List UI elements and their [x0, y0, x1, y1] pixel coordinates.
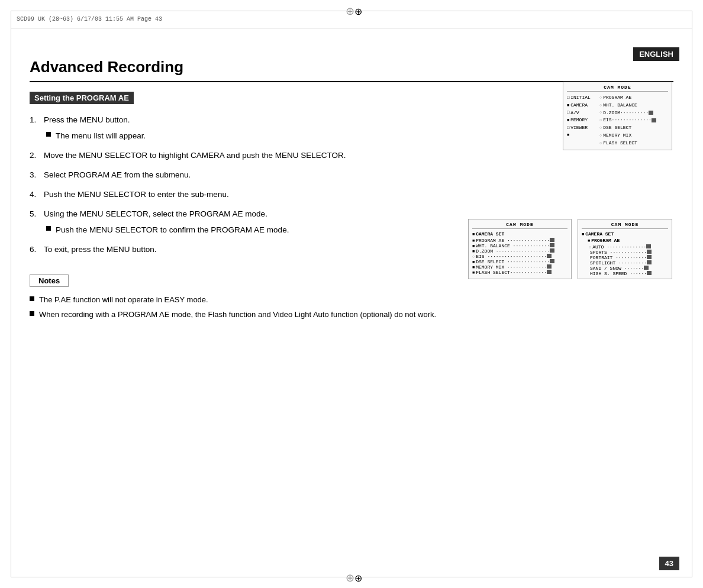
step-3-num: 3. [30, 169, 44, 182]
cam-item-memory: ■MEMORY [567, 117, 599, 124]
step-3-text: Select PROGRAM AE from the submenu. [44, 170, 191, 179]
page-header: SCD99 UK (28~63) 6/17/03 11:55 AM Page 4… [11, 11, 692, 28]
cam-item-memory-mix: ○MEMORY MIX [599, 132, 668, 140]
step-5-sub-text: Push the MENU SELECTOR to confirm the PR… [56, 224, 289, 237]
step-4-text: Push the MENU SELECTOR to enter the sub-… [44, 190, 229, 199]
cam-screen-3: CAM MODE ■CAMERA SET ■PROGRAM AE ○AUTO ·… [578, 219, 672, 279]
bullet-icon-2 [46, 226, 51, 231]
cam-item-av: □A/V [567, 109, 599, 117]
cam-item-eis: ○EIS·············· [599, 117, 668, 124]
cam-item-dse: ○DSE SELECT [599, 124, 668, 132]
note-2: When recording with a PROGRAM AE mode, t… [30, 309, 673, 321]
step-1-text: Press the MENU button. [44, 115, 130, 124]
note-2-text: When recording with a PROGRAM AE mode, t… [39, 309, 436, 321]
step-1-sub-text: The menu list will appear. [56, 130, 146, 143]
cam-item-viewer: □VIEWER [567, 124, 599, 132]
notes-label: Notes [30, 274, 69, 287]
cam-item-flash-select: ○FLASH SELECT [599, 140, 668, 147]
cam3-high: HIGH S. SPEED ······ [589, 271, 668, 276]
cam-title-2: CAM MODE [472, 222, 567, 229]
cam2-flash: ■FLASH SELECT············· [472, 270, 567, 275]
page-number: 43 [659, 557, 679, 570]
cam2-wht: ■WHT. BALANCE ············· [472, 243, 567, 248]
step-2: 2. Move the MENU SELECTOR to highlight C… [30, 149, 673, 163]
note-bullet-2 [30, 311, 34, 316]
step-3-content: Select PROGRAM AE from the submenu. [44, 169, 673, 182]
note-bullet-1 [30, 296, 34, 301]
cam-item-blank: ■ [567, 132, 599, 138]
cam2-dzoom: ■D.ZOOM ··················· [472, 248, 567, 254]
header-text: SCD99 UK (28~63) 6/17/03 11:55 AM Page 4… [17, 16, 162, 22]
step-6-text: To exit, press the MENU button. [44, 245, 157, 254]
notes-list: The P.AE function will not operate in EA… [30, 294, 673, 321]
note-1-text: The P.AE function will not operate in EA… [39, 294, 208, 306]
cam-screen-1: CAM MODE □INITIAL ■CAMERA □A/V ■MEMORY □… [563, 82, 672, 150]
section-heading: Setting the PROGRAM AE [30, 92, 134, 104]
cam-screen-2: CAM MODE ■CAMERA SET ■PROGRAM AE ·······… [468, 219, 572, 279]
cam-item-dzoom: ○D.ZOOM·········· [599, 109, 668, 117]
cam3-portrait: PORTRAIT ··········· [589, 255, 668, 260]
step-4-num: 4. [30, 188, 44, 202]
cam-title-3: CAM MODE [582, 222, 668, 229]
cam-bottom-row: CAM MODE ■CAMERA SET ■PROGRAM AE ·······… [468, 219, 672, 279]
page-title: Advanced Recording [30, 58, 673, 76]
step-2-num: 2. [30, 149, 44, 163]
cam-box-1: CAM MODE □INITIAL ■CAMERA □A/V ■MEMORY □… [563, 82, 672, 150]
step-2-text: Move the MENU SELECTOR to highlight CAME… [44, 151, 346, 160]
cam-title-1: CAM MODE [567, 85, 668, 92]
cam-item-camera: ■CAMERA [567, 102, 599, 109]
cam3-program-ae-header: ■PROGRAM AE [588, 238, 668, 243]
step-2-content: Move the MENU SELECTOR to highlight CAME… [44, 149, 673, 163]
step-6-num: 6. [30, 243, 44, 257]
cam-item-wht-balance: ○WHT. BALANCE [599, 102, 668, 109]
step-5-text: Using the MENU SELECTOR, select the PROG… [44, 209, 267, 218]
step-4: 4. Push the MENU SELECTOR to enter the s… [30, 188, 673, 202]
cam2-memory: ■MEMORY MIX ·············· [472, 264, 567, 270]
cam3-sports: SPORTS ············· [589, 250, 668, 255]
cam-item-program-ae: ○PROGRAM AE [599, 94, 668, 102]
cam2-program-ae: ■PROGRAM AE ··············· [472, 238, 567, 243]
step-5-num: 5. [30, 208, 44, 221]
registration-mark-bottom: ⊕ [346, 571, 357, 583]
step-3: 3. Select PROGRAM AE from the submenu. [30, 169, 673, 182]
bullet-icon [46, 132, 51, 137]
cam3-spotlight: SPOTLIGHT ·········· [589, 260, 668, 266]
note-1: The P.AE function will not operate in EA… [30, 294, 673, 306]
cam2-dse: ■DSE SELECT ··············· [472, 259, 567, 264]
step-4-content: Push the MENU SELECTOR to enter the sub-… [44, 188, 673, 202]
cam3-sand: SAND / SNOW ······· [589, 266, 668, 271]
step-1-num: 1. [30, 114, 44, 127]
cam2-eis: ○EIS ····················· [472, 254, 567, 259]
cam3-auto: ○AUTO ·············· [589, 244, 668, 250]
cam-item-initial: □INITIAL [567, 94, 599, 102]
